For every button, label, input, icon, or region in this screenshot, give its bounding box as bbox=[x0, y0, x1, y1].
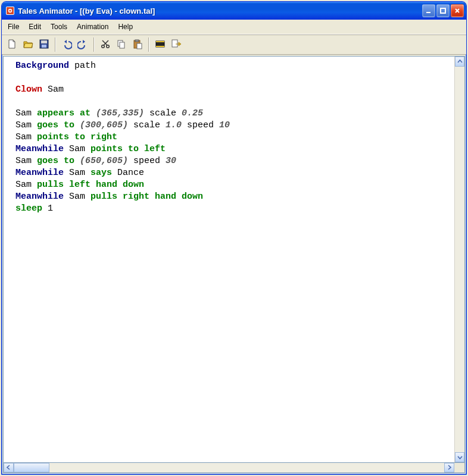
save-disk-icon bbox=[39, 39, 49, 51]
paste-button[interactable] bbox=[130, 37, 145, 52]
code-line: Clown Sam bbox=[15, 84, 452, 96]
menu-tools[interactable]: Tools bbox=[46, 21, 72, 33]
svg-rect-15 bbox=[137, 43, 142, 49]
code-token: Meanwhile bbox=[15, 144, 64, 154]
svg-rect-17 bbox=[156, 41, 164, 42]
code-token: 0.25 bbox=[182, 108, 203, 118]
undo-icon bbox=[61, 39, 72, 51]
vertical-scrollbar[interactable] bbox=[454, 57, 464, 462]
export-icon bbox=[171, 39, 182, 51]
code-token: 1 bbox=[42, 203, 53, 214]
paste-icon bbox=[132, 39, 143, 51]
save-button[interactable] bbox=[36, 37, 52, 52]
scroll-right-button[interactable] bbox=[444, 463, 454, 472]
menu-edit[interactable]: Edit bbox=[24, 21, 46, 33]
code-token: Sam bbox=[15, 180, 37, 190]
code-token: scale bbox=[128, 120, 166, 130]
code-token: Meanwhile bbox=[15, 168, 64, 178]
code-token: goes to bbox=[37, 156, 74, 166]
menu-file[interactable]: File bbox=[3, 21, 24, 33]
code-token: Background bbox=[15, 61, 69, 71]
code-line: Background path bbox=[15, 60, 452, 72]
minimize-button[interactable] bbox=[422, 4, 435, 17]
window-title: Tales Animator - [(by Eva) - clown.tal] bbox=[18, 7, 422, 15]
close-button[interactable] bbox=[451, 4, 464, 17]
code-token bbox=[74, 156, 80, 166]
horizontal-scrollbar[interactable] bbox=[3, 463, 465, 473]
code-token: appears at bbox=[37, 108, 91, 118]
scroll-down-button[interactable] bbox=[455, 452, 464, 462]
code-token: Dance bbox=[112, 168, 144, 178]
animate-icon bbox=[155, 39, 166, 51]
code-token: (365,335) bbox=[96, 108, 144, 118]
code-token: Sam bbox=[42, 84, 64, 95]
code-line: Sam appears at (365,335) scale 0.25 bbox=[15, 108, 452, 120]
code-token bbox=[91, 108, 96, 118]
code-token: Meanwhile bbox=[15, 192, 64, 202]
app-icon bbox=[5, 6, 15, 15]
scroll-track[interactable] bbox=[455, 67, 464, 452]
chevron-down-icon bbox=[457, 454, 463, 461]
code-token: 1.0 bbox=[166, 120, 182, 130]
chevron-up-icon bbox=[457, 58, 463, 65]
scroll-up-button[interactable] bbox=[455, 57, 464, 67]
export-button[interactable] bbox=[169, 37, 184, 52]
code-token: points to right bbox=[37, 132, 117, 142]
chevron-right-icon bbox=[447, 464, 452, 471]
code-token: says bbox=[91, 168, 112, 178]
menubar: File Edit Tools Animation Help bbox=[2, 20, 466, 35]
window-frame: Tales Animator - [(by Eva) - clown.tal] … bbox=[1, 1, 467, 475]
undo-button[interactable] bbox=[59, 37, 74, 52]
code-editor[interactable]: Background path Clown Sam Sam appears at… bbox=[4, 57, 454, 462]
svg-rect-19 bbox=[172, 40, 177, 47]
redo-button[interactable] bbox=[75, 37, 91, 52]
code-token: speed bbox=[182, 120, 219, 130]
code-line: Sam goes to (650,605) speed 30 bbox=[15, 155, 452, 167]
code-token: Sam bbox=[64, 192, 91, 202]
toolbar-separator bbox=[148, 37, 149, 52]
maximize-button[interactable] bbox=[436, 4, 450, 17]
toolbar-separator bbox=[55, 37, 56, 52]
code-line: Sam pulls left hand down bbox=[15, 179, 452, 191]
toolbar-separator bbox=[93, 37, 95, 52]
code-line bbox=[15, 72, 452, 84]
code-token: speed bbox=[128, 156, 166, 166]
copy-icon bbox=[116, 39, 127, 51]
menu-help[interactable]: Help bbox=[113, 21, 138, 33]
code-token: Sam bbox=[15, 132, 37, 142]
code-token: scale bbox=[144, 108, 182, 118]
svg-rect-12 bbox=[120, 42, 124, 48]
code-line bbox=[15, 96, 452, 108]
scroll-thumb[interactable] bbox=[14, 463, 49, 472]
code-token: Sam bbox=[64, 168, 91, 178]
code-token: goes to bbox=[37, 120, 74, 130]
scroll-corner bbox=[454, 463, 464, 472]
editor-frame: Background path Clown Sam Sam appears at… bbox=[3, 56, 465, 463]
titlebar[interactable]: Tales Animator - [(by Eva) - clown.tal] bbox=[2, 2, 466, 20]
svg-rect-14 bbox=[135, 40, 139, 42]
animate-button[interactable] bbox=[152, 37, 168, 52]
new-button[interactable] bbox=[4, 37, 20, 52]
copy-button[interactable] bbox=[114, 37, 129, 52]
new-file-icon bbox=[7, 39, 17, 51]
menu-animation[interactable]: Animation bbox=[72, 21, 113, 33]
code-token: (650,605) bbox=[80, 156, 128, 166]
code-token: (300,605) bbox=[80, 120, 128, 130]
code-token: Clown bbox=[15, 84, 42, 95]
code-token: 10 bbox=[219, 120, 230, 130]
code-token: Sam bbox=[15, 108, 37, 118]
cut-button[interactable] bbox=[98, 37, 113, 52]
code-token: points to left bbox=[91, 144, 166, 154]
code-line: Meanwhile Sam says Dance bbox=[15, 167, 452, 179]
code-token: path bbox=[69, 61, 96, 71]
code-line: sleep 1 bbox=[15, 203, 452, 215]
code-token: pulls right hand down bbox=[91, 192, 203, 202]
redo-icon bbox=[77, 39, 88, 51]
code-line: Sam points to right bbox=[15, 131, 452, 143]
code-token bbox=[74, 120, 80, 130]
scroll-track[interactable] bbox=[49, 463, 444, 472]
svg-rect-4 bbox=[426, 12, 430, 13]
scroll-left-button[interactable] bbox=[4, 463, 14, 472]
cut-scissors-icon bbox=[100, 39, 111, 51]
open-button[interactable] bbox=[20, 37, 36, 52]
